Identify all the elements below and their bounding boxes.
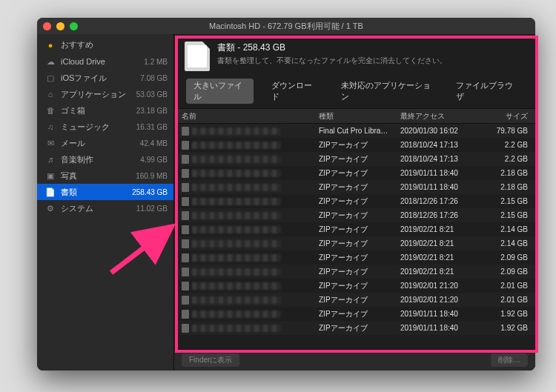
- file-icon: [182, 141, 189, 150]
- cell-size: 2.18 GB: [482, 183, 528, 191]
- sidebar: ● おすすめ ☁iCloud Drive1.2 MB▢iOSファイル7.08 G…: [37, 34, 174, 371]
- sidebar-item-7[interactable]: ▣写真160.9 MB: [37, 167, 173, 184]
- cell-kind: ZIPアーカイブ: [319, 323, 400, 333]
- redacted-filename: [192, 310, 281, 318]
- cell-size: 2.15 GB: [482, 211, 528, 219]
- sidebar-item-label: ゴミ箱: [61, 105, 136, 116]
- file-icon: [182, 282, 189, 290]
- table-row[interactable]: ZIPアーカイブ2019/01/11 18:402.18 GB: [174, 180, 535, 194]
- delete-button[interactable]: 削除…: [491, 353, 528, 367]
- table-row[interactable]: ZIPアーカイブ2018/12/26 17:262.15 GB: [174, 194, 535, 208]
- cell-date: 2019/02/21 8:21: [400, 253, 482, 262]
- col-name[interactable]: 名前: [182, 111, 319, 122]
- titlebar: Macintosh HD - 672.79 GB利用可能 / 1 TB: [37, 18, 535, 34]
- sidebar-item-label: 写真: [61, 170, 136, 182]
- table-row[interactable]: ZIPアーカイブ2019/02/21 8:212.09 GB: [174, 265, 535, 279]
- minimize-icon[interactable]: [56, 22, 64, 30]
- file-icon: [182, 268, 189, 276]
- col-date[interactable]: 最終アクセス: [400, 111, 482, 122]
- cell-kind: ZIPアーカイブ: [319, 281, 400, 291]
- cell-kind: ZIPアーカイブ: [319, 182, 400, 193]
- tab-3[interactable]: ファイルブラウザ: [449, 79, 523, 104]
- redacted-filename: [192, 212, 281, 219]
- table-row[interactable]: ZIPアーカイブ2019/02/01 21:202.01 GB: [174, 293, 535, 307]
- storage-management-window: Macintosh HD - 672.79 GB利用可能 / 1 TB ● おす…: [37, 18, 535, 371]
- category-subtitle: 書類を整理して、不要になったファイルを完全に消去してください。: [217, 56, 447, 66]
- cell-date: 2020/01/30 16:02: [400, 127, 482, 135]
- redacted-filename: [192, 127, 281, 135]
- file-icon: [182, 155, 189, 164]
- table-row[interactable]: ZIPアーカイブ2019/02/21 8:212.14 GB: [174, 222, 535, 236]
- sidebar-item-icon: 📄: [44, 187, 56, 197]
- sidebar-item-size: 258.43 GB: [132, 188, 168, 196]
- file-icon: [182, 211, 189, 220]
- table-row[interactable]: ZIPアーカイブ2018/12/26 17:262.15 GB: [174, 208, 535, 222]
- cell-kind: ZIPアーカイブ: [319, 196, 400, 207]
- cell-date: 2019/02/21 8:21: [400, 225, 482, 233]
- traffic-lights: [43, 22, 78, 30]
- table-header: 名前 種類 最終アクセス サイズ: [174, 108, 535, 124]
- sidebar-item-icon: 🗑: [44, 106, 56, 115]
- cell-size: 79.78 GB: [482, 127, 528, 135]
- tab-2[interactable]: 未対応のアプリケーション: [334, 79, 438, 104]
- sidebar-item-label: メール: [61, 138, 140, 149]
- sidebar-item-icon: ⚙: [44, 204, 56, 213]
- sidebar-item-8[interactable]: 📄書類258.43 GB: [37, 184, 173, 200]
- sidebar-item-5[interactable]: ✉メール42.4 MB: [37, 135, 173, 151]
- category-title: 書類 - 258.43 GB: [217, 41, 447, 54]
- footer: Finderに表示 削除…: [174, 349, 535, 371]
- cell-kind: ZIPアーカイブ: [319, 239, 400, 249]
- sidebar-item-9[interactable]: ⚙システム11.02 GB: [37, 200, 173, 216]
- sidebar-item-icon: ▢: [44, 73, 56, 83]
- sidebar-item-icon: ☁: [44, 57, 56, 67]
- close-icon[interactable]: [43, 22, 51, 30]
- col-size[interactable]: サイズ: [482, 111, 528, 122]
- sidebar-item-label: ミュージック: [61, 122, 136, 133]
- sidebar-item-size: 11.02 GB: [136, 205, 168, 213]
- sidebar-item-0[interactable]: ☁iCloud Drive1.2 MB: [37, 53, 173, 70]
- col-kind[interactable]: 種類: [319, 111, 400, 122]
- tab-1[interactable]: ダウンロード: [264, 79, 324, 104]
- sidebar-item-4[interactable]: ♫ミュージック16.31 GB: [37, 119, 173, 135]
- redacted-filename: [192, 325, 281, 332]
- table-row[interactable]: ZIPアーカイブ2019/01/11 18:401.92 GB: [174, 321, 535, 335]
- sidebar-item-3[interactable]: 🗑ゴミ箱23.18 GB: [37, 102, 173, 119]
- cell-kind: ZIPアーカイブ: [319, 295, 400, 305]
- cell-date: 2019/01/11 18:40: [400, 310, 482, 318]
- redacted-filename: [192, 282, 281, 290]
- table-row[interactable]: ZIPアーカイブ2019/01/11 18:402.18 GB: [174, 166, 535, 180]
- table-row[interactable]: ZIPアーカイブ2019/02/21 8:212.09 GB: [174, 250, 535, 265]
- cell-date: 2018/10/24 17:13: [400, 155, 482, 163]
- cell-kind: ZIPアーカイブ: [319, 154, 400, 165]
- sidebar-item-icon: ✉: [44, 139, 56, 148]
- cell-date: 2019/02/01 21:20: [400, 282, 482, 290]
- table-row[interactable]: Final Cut Pro Libra…2020/01/30 16:0279.7…: [174, 124, 535, 138]
- sidebar-item-size: 23.18 GB: [136, 107, 168, 115]
- file-icon: [182, 183, 189, 192]
- table-row[interactable]: ZIPアーカイブ2018/10/24 17:132.2 GB: [174, 152, 535, 166]
- cell-kind: ZIPアーカイブ: [319, 168, 400, 179]
- sidebar-item-2[interactable]: ⌂アプリケーション53.03 GB: [37, 86, 173, 102]
- table-row[interactable]: ZIPアーカイブ2019/02/01 21:202.01 GB: [174, 279, 535, 293]
- table-row[interactable]: ZIPアーカイブ2018/10/24 17:132.2 GB: [174, 138, 535, 152]
- sidebar-item-6[interactable]: ♬音楽制作4.99 GB: [37, 151, 173, 167]
- cell-size: 2.09 GB: [482, 253, 528, 262]
- sidebar-item-size: 53.03 GB: [136, 90, 168, 99]
- recommend-icon: ●: [44, 41, 56, 50]
- redacted-filename: [192, 254, 281, 262]
- file-icon: [182, 127, 189, 136]
- table-row[interactable]: ZIPアーカイブ2019/02/21 8:212.14 GB: [174, 236, 535, 250]
- zoom-icon[interactable]: [70, 22, 78, 30]
- file-icon: [182, 253, 189, 262]
- table-row[interactable]: ZIPアーカイブ2019/01/11 18:401.92 GB: [174, 307, 535, 321]
- sidebar-item-label: 書類: [61, 187, 132, 198]
- documents-icon: [185, 41, 210, 71]
- sidebar-item-size: 1.2 MB: [144, 58, 168, 66]
- sidebar-item-1[interactable]: ▢iOSファイル7.08 GB: [37, 70, 173, 86]
- show-in-finder-button[interactable]: Finderに表示: [182, 353, 239, 367]
- tab-0[interactable]: 大きいファイル: [186, 79, 254, 104]
- cell-size: 1.92 GB: [482, 324, 528, 332]
- sidebar-item-label: iCloud Drive: [61, 57, 144, 66]
- cell-size: 2.09 GB: [482, 268, 528, 276]
- file-icon: [182, 310, 189, 319]
